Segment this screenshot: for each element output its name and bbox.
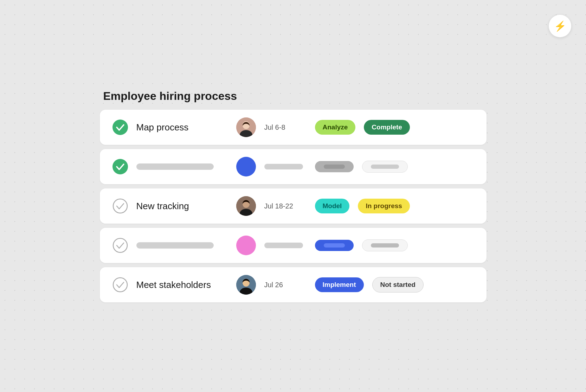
task-row[interactable] [100, 149, 487, 184]
svg-point-0 [112, 120, 128, 135]
task-name-blurred [136, 163, 228, 170]
status-badge[interactable]: Complete [364, 120, 410, 135]
lightning-button[interactable]: ⚡ [549, 15, 571, 37]
svg-point-12 [113, 278, 127, 292]
main-panel: Employee hiring process Map process [100, 90, 487, 302]
avatar-placeholder [236, 236, 256, 255]
task-date: Jul 6-8 [264, 123, 307, 131]
page-title: Employee hiring process [100, 90, 487, 103]
check-outline-icon [112, 238, 128, 253]
task-row[interactable]: Meet stakeholders Jul 26 Implement Not s… [100, 267, 487, 302]
task-name: Meet stakeholders [136, 279, 228, 290]
status-badge-blurred [362, 161, 408, 173]
check-complete-icon [112, 159, 128, 174]
task-date-blurred [264, 164, 307, 169]
tag-badge[interactable]: Analyze [315, 120, 356, 135]
status-badge-blurred [362, 239, 408, 251]
task-date: Jul 26 [264, 281, 307, 289]
svg-point-11 [113, 238, 127, 252]
tag-badge-blurred [315, 240, 354, 251]
check-complete-icon [112, 120, 128, 135]
task-list: Map process Jul 6-8 Analyze Complete [100, 110, 487, 302]
svg-point-6 [113, 199, 127, 213]
lightning-icon: ⚡ [554, 20, 566, 32]
check-outline-icon [112, 277, 128, 293]
status-badge[interactable]: In progress [358, 199, 410, 213]
status-badge[interactable]: Not started [372, 277, 424, 293]
avatar [236, 196, 256, 216]
tag-badge[interactable]: Model [315, 199, 350, 213]
tag-badge[interactable]: Implement [315, 277, 364, 292]
task-name: Map process [136, 122, 228, 133]
avatar [236, 117, 256, 137]
task-date: Jul 18-22 [264, 202, 307, 210]
avatar [236, 275, 256, 295]
task-date-blurred [264, 243, 307, 248]
tag-badge-blurred [315, 161, 354, 172]
task-name: New tracking [136, 201, 228, 212]
task-name-blurred [136, 242, 228, 249]
task-row[interactable]: Map process Jul 6-8 Analyze Complete [100, 110, 487, 145]
task-row[interactable] [100, 228, 487, 263]
svg-point-5 [112, 159, 128, 174]
task-row[interactable]: New tracking Jul 18-22 Model In progress [100, 188, 487, 224]
avatar-placeholder [236, 157, 256, 176]
check-outline-icon [112, 198, 128, 214]
